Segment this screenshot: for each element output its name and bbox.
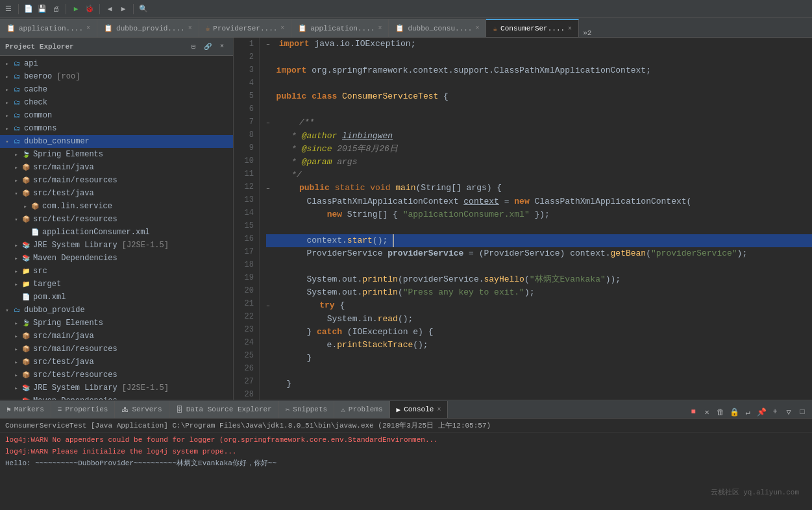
tree-arrow-src-test-res-1[interactable]: [12, 216, 21, 223]
tree-item-src-test-res-2[interactable]: 📦 src/test/resources: [0, 369, 233, 382]
tree-arrow-src-test-java-2[interactable]: [12, 359, 21, 366]
bottom-tab-snippets[interactable]: ✂ Snippets: [279, 401, 334, 418]
tab-consumer-ser[interactable]: ☕ ConsumerSer.... ×: [486, 19, 579, 37]
search-icon[interactable]: 🔍: [138, 3, 149, 15]
tree-item-app-consumer-xml[interactable]: 📄 applicationConsumer.xml: [0, 226, 233, 239]
tab-application2[interactable]: 📋 application.... ×: [291, 19, 389, 37]
bottom-tab-datasource[interactable]: 🗄 Data Source Explorer: [169, 401, 279, 418]
sidebar-close-icon[interactable]: ×: [216, 41, 228, 53]
tree-item-common[interactable]: 🗂 common: [0, 109, 233, 122]
bottom-tab-markers[interactable]: ⚑ Markers: [0, 401, 51, 418]
debug-icon[interactable]: 🐞: [84, 3, 95, 15]
bottom-tab-servers[interactable]: 🖧 Servers: [115, 401, 169, 418]
code-body[interactable]: – import java.io.IOException; import org…: [260, 38, 812, 400]
tree-arrow-dubbo-consumer[interactable]: [3, 138, 12, 145]
tab-dubbo-consu[interactable]: 📋 dubbo_consu.... ×: [389, 19, 486, 37]
save-icon[interactable]: 💾: [36, 3, 48, 15]
console-body[interactable]: log4j:WARN No appenders could be found f…: [0, 433, 812, 510]
bottom-tab-console[interactable]: ▶ Console ×: [390, 401, 449, 418]
tree-item-dubbo-consumer[interactable]: 🗂 dubbo_consumer: [0, 135, 233, 148]
tree-arrow-jre-1[interactable]: [12, 242, 21, 249]
tree-arrow-maven-1[interactable]: [12, 255, 21, 262]
tree-item-src-main-res-2[interactable]: 📦 src/main/resources: [0, 343, 233, 356]
console-wrap-icon[interactable]: ↵: [742, 406, 754, 418]
tree-item-check[interactable]: 🗂 check: [0, 96, 233, 109]
tree-arrow-src-test-java-1[interactable]: [12, 190, 21, 197]
sidebar-link-icon[interactable]: 🔗: [202, 41, 214, 53]
tree-arrow-cache[interactable]: [3, 86, 12, 93]
tree-item-src-main-java-2[interactable]: 📦 src/main/java: [0, 330, 233, 343]
tree-arrow-spring-2[interactable]: [12, 320, 21, 327]
tree-item-com-lin-service[interactable]: 📦 com.lin.service: [0, 200, 233, 213]
tab-close-dubbo-consu[interactable]: ×: [475, 25, 479, 32]
tree-arrow-spring-1[interactable]: [12, 151, 21, 158]
tree-arrow-common[interactable]: [3, 112, 12, 119]
tree-item-target-1[interactable]: 📁 target: [0, 278, 233, 291]
run-icon[interactable]: ▶: [70, 3, 82, 15]
tree-item-src-test-java-2[interactable]: 📦 src/test/java: [0, 356, 233, 369]
back-icon[interactable]: ◀: [104, 3, 116, 15]
tab-close-consumer-ser[interactable]: ×: [568, 25, 572, 32]
bottom-tab-properties[interactable]: ≡ Properties: [51, 401, 116, 418]
tree-item-dubbo-provide[interactable]: 🗂 dubbo_provide: [0, 304, 233, 317]
sidebar-tree[interactable]: 🗂 api 🗂 beeroo [roo] 🗂 cache: [0, 56, 233, 400]
tree-item-beeroo[interactable]: 🗂 beeroo [roo]: [0, 70, 233, 83]
console-clear-icon[interactable]: 🗑: [715, 406, 726, 418]
tree-arrow-src-test-res-2[interactable]: [12, 372, 21, 379]
console-maximize-icon[interactable]: □: [796, 406, 808, 418]
tree-arrow-src-1[interactable]: [12, 268, 21, 275]
tab-close-application1[interactable]: ×: [86, 25, 90, 32]
tree-item-maven-2[interactable]: 📚 Maven Dependencies: [0, 395, 233, 400]
tree-arrow-target-1[interactable]: [12, 281, 21, 288]
fold-1[interactable]: –: [266, 38, 274, 51]
tree-item-jre-2[interactable]: 📚 JRE System Library [J2SE-1.5]: [0, 382, 233, 395]
tree-item-spring-elements-1[interactable]: 🍃 Spring Elements: [0, 148, 233, 161]
tree-item-spring-elements-2[interactable]: 🍃 Spring Elements: [0, 317, 233, 330]
tree-item-src-test-java-1[interactable]: 📦 src/test/java: [0, 187, 233, 200]
sidebar-collapse-icon[interactable]: ⊟: [188, 41, 199, 53]
tree-item-maven-1[interactable]: 📚 Maven Dependencies: [0, 252, 233, 265]
new-icon[interactable]: 📄: [23, 3, 34, 15]
tree-arrow-check[interactable]: [3, 99, 12, 106]
bottom-tab-close-console[interactable]: ×: [437, 406, 441, 413]
tree-arrow-api[interactable]: [3, 60, 12, 67]
console-scroll-lock-icon[interactable]: 🔒: [728, 406, 740, 418]
bottom-tab-problems[interactable]: ⚠ Problems: [334, 401, 389, 418]
tree-arrow-src-main-res-1[interactable]: [12, 177, 21, 184]
tab-close-application2[interactable]: ×: [378, 25, 382, 32]
tree-arrow-jre-2[interactable]: [12, 385, 21, 392]
tree-arrow-src-main-java-1[interactable]: [12, 164, 21, 171]
tree-item-api[interactable]: 🗂 api: [0, 57, 233, 70]
tree-arrow-com-lin-service[interactable]: [21, 203, 30, 210]
tab-close-dubbo-provid[interactable]: ×: [188, 25, 192, 32]
tree-item-pom[interactable]: 📄 pom.xml: [0, 291, 233, 304]
fold-12[interactable]: –: [266, 182, 274, 195]
console-terminate-icon[interactable]: ■: [687, 406, 699, 418]
fold-21[interactable]: –: [266, 300, 274, 313]
tab-overflow[interactable]: »2: [579, 29, 595, 37]
tab-dubbo-provid[interactable]: 📋 dubbo_provid.... ×: [97, 19, 199, 37]
console-new-icon[interactable]: +: [769, 406, 781, 418]
forward-icon[interactable]: ▶: [117, 3, 129, 15]
tree-item-src-main-java-1[interactable]: 📦 src/main/java: [0, 161, 233, 174]
tree-arrow-src-main-java-2[interactable]: [12, 333, 21, 340]
menu-icon[interactable]: ☰: [3, 3, 14, 15]
tree-item-src-main-res-1[interactable]: 📦 src/main/resources: [0, 174, 233, 187]
tab-application1[interactable]: 📋 application.... ×: [0, 19, 97, 37]
tree-arrow-src-main-res-2[interactable]: [12, 346, 21, 353]
tree-item-src-test-res-1[interactable]: 📦 src/test/resources: [0, 213, 233, 226]
tree-item-cache[interactable]: 🗂 cache: [0, 83, 233, 96]
console-minimize-icon[interactable]: ▽: [783, 406, 794, 418]
print-icon[interactable]: 🖨: [50, 3, 62, 15]
tree-item-jre-1[interactable]: 📚 JRE System Library [J2SE-1.5]: [0, 239, 233, 252]
tab-close-provider-ser[interactable]: ×: [280, 25, 284, 32]
tree-arrow-commons[interactable]: [3, 125, 12, 132]
console-pin-icon[interactable]: 📌: [756, 406, 767, 418]
tab-provider-ser[interactable]: ☕ ProviderSer.... ×: [199, 19, 292, 37]
tree-item-src-1[interactable]: 📁 src: [0, 265, 233, 278]
tree-item-commons[interactable]: 🗂 commons: [0, 122, 233, 135]
fold-7[interactable]: –: [266, 117, 274, 130]
tree-arrow-dubbo-provide[interactable]: [3, 307, 12, 314]
console-remove-icon[interactable]: ✕: [701, 406, 713, 418]
tree-arrow-beeroo[interactable]: [3, 73, 12, 80]
